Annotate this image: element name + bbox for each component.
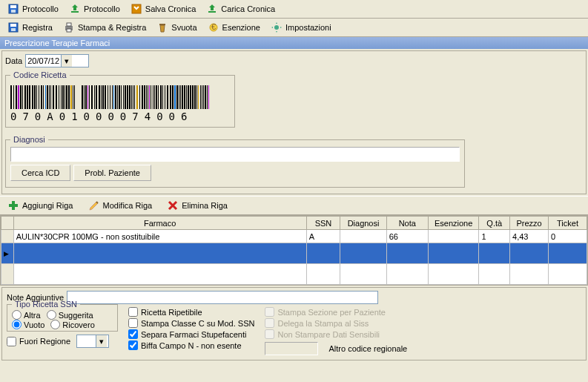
- registra-button[interactable]: Registra: [3, 20, 57, 35]
- diagnosi-legend: Diagnosi: [10, 135, 48, 144]
- exempt-icon: €: [208, 22, 219, 33]
- data-label: Data: [5, 56, 22, 65]
- radio-vuoto[interactable]: Vuoto: [12, 320, 44, 329]
- col-nota[interactable]: Nota: [386, 217, 428, 230]
- radio-suggerita[interactable]: Suggerita: [47, 310, 93, 320]
- fuori-regione-check[interactable]: Fuori Regione: [7, 337, 70, 346]
- barcode-text: 070A01000074006: [10, 111, 230, 122]
- esenzione-button[interactable]: €Esenzione: [203, 20, 265, 35]
- checks-disabled: Stampa Sezione per PazienteDelega la Sta…: [265, 307, 407, 357]
- aggiungi-riga-button[interactable]: Aggiungi Riga: [3, 198, 78, 213]
- checks-left: Ricetta RipetibileStampa Classe C su Mod…: [128, 307, 254, 350]
- svg-rect-1: [10, 5, 16, 8]
- cerca-icd-button[interactable]: Cerca ICD: [10, 165, 70, 181]
- svg-rect-12: [159, 24, 165, 25]
- altro-codice-label: Altro codice regionale: [328, 344, 407, 353]
- main-panel: Data 20/07/12 ▾ Codice Ricetta 070A01000…: [1, 50, 587, 194]
- svg-rect-3: [71, 11, 79, 13]
- check-stampa-sezione-per-paziente: Stampa Sezione per Paziente: [265, 307, 407, 317]
- chronic-load-icon: [206, 3, 218, 15]
- protocollo-button[interactable]: Protocollo: [3, 1, 63, 16]
- protocollo-button[interactable]: Protocollo: [65, 1, 125, 16]
- svg-rect-10: [67, 23, 71, 26]
- fuori-regione-checkbox[interactable]: [7, 337, 16, 346]
- codice-ricetta-group: Codice Ricetta 070A01000074006: [5, 70, 235, 128]
- page-title: Prescrizione Terapie Farmaci: [0, 37, 588, 49]
- svg-text:€: €: [211, 22, 215, 31]
- carica-cronica-button[interactable]: Carica Cronica: [202, 1, 280, 16]
- barcode: [10, 85, 230, 109]
- svg-rect-11: [67, 29, 71, 32]
- diagnosi-input[interactable]: [10, 147, 460, 162]
- col-esenzione[interactable]: Esenzione: [428, 217, 479, 230]
- chronic-save-icon: [131, 3, 142, 15]
- stampa-registra-button[interactable]: Stampa & Registra: [59, 20, 151, 35]
- check-ricetta-ripetibile[interactable]: Ricetta Ripetibile: [128, 307, 254, 317]
- check-separa-farmaci-stupefacenti[interactable]: Separa Farmaci Stupefacenti: [128, 329, 254, 339]
- radio-ricovero[interactable]: Ricovero: [50, 320, 94, 329]
- row-actions-bar: Aggiungi RigaModifica RigaElimina Riga: [0, 196, 588, 215]
- edit-icon: [88, 200, 100, 211]
- impostazioni-button[interactable]: Impostazioni: [266, 20, 336, 35]
- delete-icon: [167, 200, 179, 211]
- settings-icon: [271, 22, 283, 33]
- salva-cronica-button[interactable]: Salva Cronica: [126, 1, 200, 16]
- radio-altra[interactable]: Altra: [12, 310, 41, 320]
- tipo-ricetta-group: Tipo Ricetta SSN AltraSuggeritaVuotoRico…: [7, 300, 118, 332]
- table-row[interactable]: AULIN*30CPR 100MG - non sostituibileA661…: [1, 230, 587, 243]
- trash-icon: [156, 22, 168, 33]
- check-non-stampare-dati-sensibili: Non Stampare Dati Sensibili: [265, 329, 407, 339]
- fuori-regione-select[interactable]: ▾: [76, 335, 109, 348]
- save-icon: [7, 22, 19, 33]
- svg-rect-7: [10, 24, 16, 27]
- col-prezzo[interactable]: Prezzo: [510, 217, 549, 230]
- check-biffa-campo-n-non-esente[interactable]: Biffa Campo N - non esente: [128, 340, 254, 350]
- svg-rect-17: [9, 204, 18, 207]
- codice-legend: Codice Ricetta: [10, 70, 70, 79]
- save-green-icon: [7, 3, 19, 15]
- tipo-ricetta-legend: Tipo Ricetta SSN: [12, 300, 80, 309]
- check-delega-la-stampa-al-siss: Delega la Stampa al Siss: [265, 318, 407, 328]
- print-icon: [63, 22, 75, 33]
- chevron-down-icon[interactable]: ▾: [61, 55, 72, 67]
- col-farmaco[interactable]: Farmaco: [13, 217, 306, 230]
- diagnosi-group: Diagnosi Cerca ICD Probl. Paziente: [5, 135, 465, 188]
- svg-point-15: [274, 25, 279, 30]
- footer-panel: Note Aggiuntive Tipo Ricetta SSN AltraSu…: [1, 287, 587, 360]
- col-diagnosi[interactable]: Diagnosi: [340, 217, 386, 230]
- col-ssn[interactable]: SSN: [306, 217, 340, 230]
- svg-rect-5: [208, 11, 216, 13]
- svg-rect-8: [11, 28, 16, 31]
- toolbar-2: RegistraStampa & RegistraSvuota€Esenzion…: [0, 19, 588, 37]
- date-value: 20/07/12: [27, 56, 59, 65]
- col-q.tà[interactable]: Q.tà: [479, 217, 510, 230]
- farmaci-grid[interactable]: FarmacoSSNDiagnosiNotaEsenzioneQ.tàPrezz…: [0, 215, 588, 286]
- plus-icon: [7, 200, 19, 211]
- load-green-icon: [69, 3, 81, 15]
- svuota-button[interactable]: Svuota: [152, 20, 201, 35]
- chevron-down-icon[interactable]: ▾: [96, 335, 107, 347]
- table-row-selected[interactable]: ▶: [1, 243, 587, 264]
- toolbar-1: ProtocolloProtocolloSalva CronicaCarica …: [0, 0, 588, 19]
- check-stampa-classe-c-su-mod-ssn[interactable]: Stampa Classe C su Mod. SSN: [128, 318, 254, 328]
- altro-codice-input[interactable]: [265, 342, 318, 355]
- col-ticket[interactable]: Ticket: [548, 217, 587, 230]
- svg-rect-2: [11, 10, 16, 13]
- probl-paziente-button[interactable]: Probl. Paziente: [73, 165, 151, 181]
- modifica-riga-button[interactable]: Modifica Riga: [84, 198, 157, 213]
- date-picker[interactable]: 20/07/12 ▾: [25, 54, 89, 67]
- elimina-riga-button[interactable]: Elimina Riga: [162, 198, 232, 213]
